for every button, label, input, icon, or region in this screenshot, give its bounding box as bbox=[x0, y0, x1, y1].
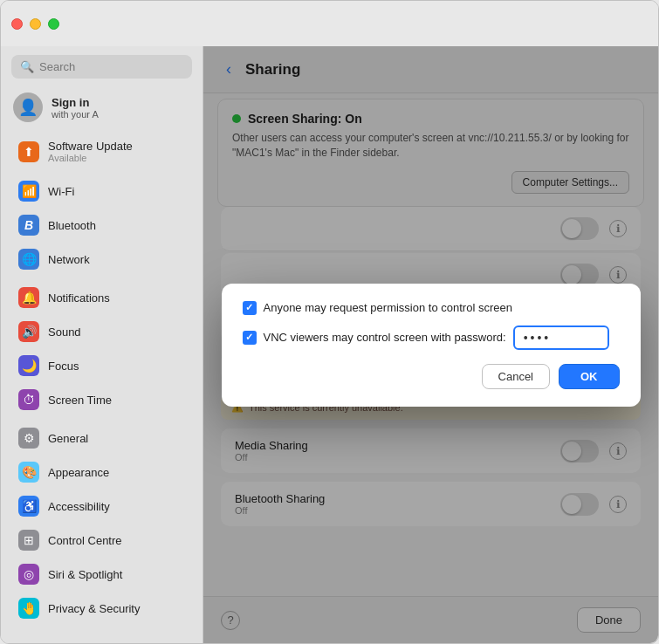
content-area: 🔍 👤 Sign in with your A ⬆ Software Up bbox=[1, 46, 658, 643]
dialog-buttons: Cancel OK bbox=[243, 364, 620, 389]
sidebar-item-screen-time[interactable]: ⏱ Screen Time bbox=[6, 383, 197, 416]
notifications-icon: 🔔 bbox=[18, 287, 39, 308]
checkbox-2[interactable]: ✓ bbox=[243, 331, 257, 345]
avatar: 👤 bbox=[13, 92, 43, 122]
dialog-overlay: ✓ Anyone may request permission to contr… bbox=[203, 46, 658, 643]
user-info: Sign in with your A bbox=[51, 96, 99, 120]
checkbox-1-check: ✓ bbox=[245, 302, 253, 313]
sidebar-item-accessibility[interactable]: ♿ Accessibility bbox=[6, 490, 197, 523]
appearance-icon: 🎨 bbox=[18, 462, 39, 483]
software-update-label: Software Update bbox=[48, 140, 133, 153]
sign-in-sub: with your A bbox=[51, 109, 99, 120]
dialog-row-2: ✓ VNC viewers may control screen with pa… bbox=[243, 325, 620, 350]
sidebar-item-focus[interactable]: 🌙 Focus bbox=[6, 349, 197, 382]
ok-button[interactable]: OK bbox=[559, 364, 620, 389]
sidebar-item-software-update[interactable]: ⬆ Software Update Available bbox=[6, 134, 197, 169]
control-centre-label: Control Centre bbox=[48, 534, 122, 547]
close-button[interactable] bbox=[11, 18, 23, 30]
bluetooth-label: Bluetooth bbox=[48, 219, 96, 232]
wifi-label: Wi-Fi bbox=[48, 185, 74, 198]
general-icon: ⚙ bbox=[18, 428, 39, 449]
search-icon: 🔍 bbox=[20, 60, 34, 73]
sidebar-section-network: 📶 Wi-Fi B Bluetooth 🌐 Network bbox=[1, 172, 203, 278]
dialog: ✓ Anyone may request permission to contr… bbox=[222, 284, 641, 407]
accessibility-label: Accessibility bbox=[48, 500, 110, 513]
cancel-button[interactable]: Cancel bbox=[482, 364, 550, 389]
search-input[interactable] bbox=[39, 60, 183, 73]
sidebar-item-notifications[interactable]: 🔔 Notifications bbox=[6, 281, 197, 314]
main-panel: ‹ Sharing DVD or CD Sharing Off ℹ bbox=[203, 46, 658, 643]
dialog-row-1: ✓ Anyone may request permission to contr… bbox=[243, 301, 620, 315]
notifications-label: Notifications bbox=[48, 291, 110, 305]
sidebar-item-control-centre[interactable]: ⊞ Control Centre bbox=[6, 524, 197, 557]
wifi-icon: 📶 bbox=[18, 181, 39, 202]
general-label: General bbox=[48, 432, 88, 445]
sidebar-item-siri[interactable]: ◎ Siri & Spotlight bbox=[6, 558, 197, 591]
search-bar[interactable]: 🔍 bbox=[11, 55, 192, 79]
checkbox-2-label: VNC viewers may control screen with pass… bbox=[264, 331, 506, 344]
sidebar: 🔍 👤 Sign in with your A ⬆ Software Up bbox=[1, 46, 203, 643]
screen-time-label: Screen Time bbox=[48, 394, 112, 407]
user-icon: 👤 bbox=[18, 98, 38, 117]
app-window: 🔍 👤 Sign in with your A ⬆ Software Up bbox=[0, 0, 659, 644]
sound-label: Sound bbox=[48, 325, 81, 339]
sidebar-item-sound[interactable]: 🔊 Sound bbox=[6, 315, 197, 348]
software-update-sub: Available bbox=[48, 153, 133, 163]
sidebar-item-bluetooth[interactable]: B Bluetooth bbox=[6, 209, 197, 242]
sign-in-label: Sign in bbox=[51, 96, 99, 109]
sidebar-item-privacy[interactable]: 🤚 Privacy & Security bbox=[6, 592, 197, 625]
sidebar-section-updates: ⬆ Software Update Available bbox=[1, 131, 203, 172]
checkbox-1-label: Anyone may request permission to control… bbox=[264, 301, 512, 314]
sidebar-section-system: ⚙ General 🎨 Appearance ♿ Accessibility ⊞… bbox=[1, 419, 203, 627]
title-bar bbox=[1, 1, 658, 46]
traffic-lights bbox=[11, 18, 59, 30]
siri-icon: ◎ bbox=[18, 564, 39, 585]
appearance-label: Appearance bbox=[48, 466, 109, 479]
privacy-label: Privacy & Security bbox=[48, 602, 140, 615]
maximize-button[interactable] bbox=[48, 18, 59, 30]
bluetooth-icon: B bbox=[18, 215, 39, 236]
checkbox-2-check: ✓ bbox=[245, 332, 253, 343]
user-section[interactable]: 👤 Sign in with your A bbox=[1, 84, 203, 131]
siri-label: Siri & Spotlight bbox=[48, 568, 122, 581]
sidebar-item-network[interactable]: 🌐 Network bbox=[6, 243, 197, 276]
sound-icon: 🔊 bbox=[18, 321, 39, 342]
network-icon: 🌐 bbox=[18, 249, 39, 270]
accessibility-icon: ♿ bbox=[18, 496, 39, 517]
focus-label: Focus bbox=[48, 360, 79, 373]
privacy-icon: 🤚 bbox=[18, 598, 39, 619]
software-update-icon: ⬆ bbox=[18, 141, 39, 162]
sidebar-item-general[interactable]: ⚙ General bbox=[6, 421, 197, 455]
screen-time-icon: ⏱ bbox=[18, 389, 39, 410]
sidebar-section-alerts: 🔔 Notifications 🔊 Sound 🌙 Focus ⏱ Screen… bbox=[1, 278, 203, 419]
minimize-button[interactable] bbox=[30, 18, 41, 30]
vnc-password-field[interactable] bbox=[513, 325, 609, 350]
control-centre-icon: ⊞ bbox=[18, 530, 39, 551]
sidebar-item-wifi[interactable]: 📶 Wi-Fi bbox=[6, 175, 197, 208]
sidebar-item-appearance[interactable]: 🎨 Appearance bbox=[6, 456, 197, 489]
network-label: Network bbox=[48, 253, 90, 266]
checkbox-1[interactable]: ✓ bbox=[243, 301, 257, 315]
focus-icon: 🌙 bbox=[18, 355, 39, 376]
